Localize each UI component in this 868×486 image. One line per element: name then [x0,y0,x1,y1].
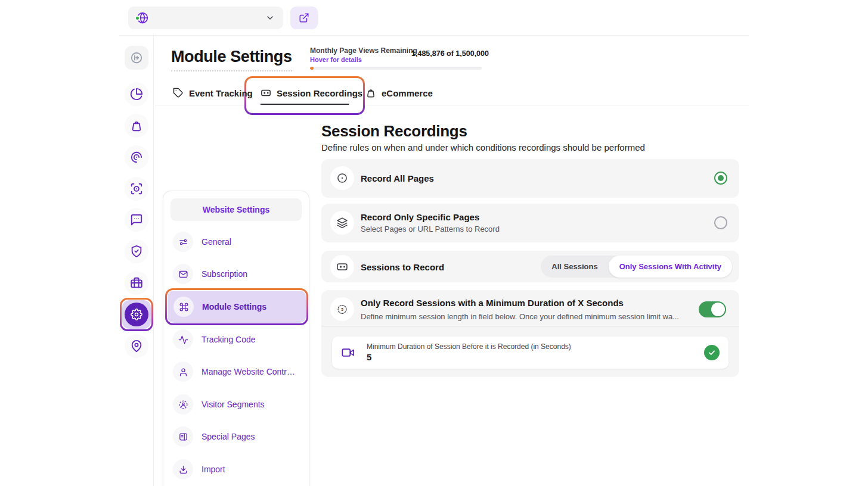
row-title: Only Record Sessions with a Minimum Dura… [361,298,624,308]
external-link-icon [299,13,309,23]
tab-label: eCommerce [382,88,433,98]
rail-dashboard-button[interactable] [125,82,148,106]
rail-behaviour-button[interactable] [125,145,148,169]
valid-check-badge [704,345,720,360]
video-camera-icon [342,346,355,359]
row-subtitle: Define minimum session length in field b… [361,312,679,321]
menu-item-label: Special Pages [202,432,255,441]
tag-icon [173,88,184,98]
layers-icon [336,217,348,229]
gear-icon [131,309,142,320]
rail-feedback-button[interactable] [125,208,148,232]
globe-icon [137,12,148,24]
record-specific-pages-radio[interactable] [714,216,727,229]
timer-icon: 5 [336,303,348,315]
camera-focus-icon [130,182,143,195]
rail-workspace-button[interactable] [125,271,148,295]
row-title: Record Only Specific Pages [361,212,479,222]
status-dot [135,15,140,21]
section-inner-divider [321,326,739,326]
shopping-bag-icon [130,119,143,132]
svg-text:5: 5 [341,307,343,311]
quota-label: Monthly Page Views Remaining [310,46,417,55]
row-title: Record All Pages [361,173,434,183]
tab-ecommerce[interactable]: eCommerce [365,88,433,98]
quota-progress-fill [310,67,314,70]
rail-settings-button[interactable] [122,300,151,329]
activity-icon [178,335,188,345]
row-subtitle: Select Pages or URL Patterns to Record [361,225,500,233]
input-label: Minimum Duration of Session Before it is… [367,342,571,351]
chevron-down-icon [265,13,275,23]
input-value[interactable]: 5 [367,352,371,362]
rail-ecommerce-button[interactable] [125,114,148,138]
mail-icon [178,269,188,279]
record-all-pages-radio[interactable] [714,172,727,185]
record-specific-pages-row: Record Only Specific Pages Select Pages … [321,204,739,242]
section-subtitle: Define rules on when and under which con… [321,142,645,152]
user-icon [178,367,188,377]
download-icon [178,465,188,475]
row-title: Sessions to Record [361,262,444,272]
top-bar [119,0,749,36]
tab-label: Session Recordings [277,88,362,98]
toggle-knob [711,303,725,316]
collapse-sidebar-icon [130,51,143,64]
menu-item-special-pages[interactable]: Special Pages [169,423,304,450]
map-pin-icon [130,339,143,353]
quota-hover-link[interactable]: Hover for details [310,56,362,63]
radar-icon [130,151,143,164]
collapse-sidebar-button[interactable] [125,46,148,70]
menu-item-visitor-segments[interactable]: Visitor Segments [169,391,304,418]
menu-item-label: Manage Website Contribut... [202,367,297,376]
rail-privacy-button[interactable] [125,239,148,263]
menu-item-subscription[interactable]: Subscription [169,260,304,288]
menu-item-label: Module Settings [202,302,266,311]
sessions-segmented-control: All Sessions Only Sessions With Activity [541,256,732,278]
min-duration-input-card[interactable]: Minimum Duration of Session Before it is… [332,337,728,369]
min-duration-section: 5 Only Record Sessions with a Minimum Du… [321,290,739,377]
menu-item-label: General [202,237,231,247]
record-target-icon [336,172,348,184]
settings-highlight-annotation [120,298,153,331]
website-selector-dropdown[interactable] [128,7,283,29]
quota-value: 1,485,876 of 1,500,000 [411,49,489,58]
menu-item-tracking-code[interactable]: Tracking Code [169,326,304,353]
rail-location-button[interactable] [125,334,148,358]
tab-session-recordings[interactable]: Session Recordings [261,88,362,98]
open-website-button[interactable] [290,7,318,29]
section-title: Session Recordings [321,122,467,141]
menu-item-general[interactable]: General [169,228,304,256]
quota-progress-bar [310,67,482,70]
sessions-to-record-row: Sessions to Record All Sessions Only Ses… [321,251,739,282]
menu-item-label: Visitor Segments [202,400,265,409]
pages-icon [178,432,188,442]
record-all-pages-row: Record All Pages [321,159,739,198]
menu-item-label: Import [202,465,225,474]
sliders-icon [178,237,188,247]
min-duration-toggle[interactable] [699,301,726,317]
menu-item-module-settings[interactable]: Module Settings [168,291,306,323]
active-tab-underline [261,104,349,105]
menu-item-label: Tracking Code [202,335,256,344]
command-icon [179,302,189,312]
rail-recordings-button[interactable] [125,177,148,201]
screen-record-icon [261,88,271,98]
user-scan-icon [178,400,188,410]
tab-label: Event Tracking [189,88,253,98]
menu-highlight-annotation: Module Settings [165,288,308,325]
tab-event-tracking[interactable]: Event Tracking [173,88,253,98]
menu-item-label: Subscription [202,269,247,279]
menu-header: Website Settings [170,198,302,221]
page-title: Module Settings [171,48,292,71]
bag-icon [365,88,376,98]
briefcase-icon [130,276,143,289]
icon-rail [119,36,154,486]
menu-item-manage-contributors[interactable]: Manage Website Contribut... [169,358,304,385]
screen-record-icon [336,261,348,273]
menu-item-import[interactable]: Import [169,456,304,483]
chat-bubble-icon [130,213,143,226]
segment-all-sessions[interactable]: All Sessions [541,256,608,278]
segment-only-with-activity[interactable]: Only Sessions With Activity [609,256,732,278]
shield-check-icon [130,245,143,258]
